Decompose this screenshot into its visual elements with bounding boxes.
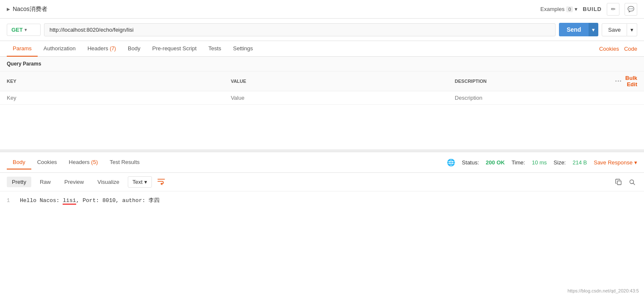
comment-icon[interactable]: 💬 [625,3,637,16]
examples-button[interactable]: Examples 0 ▾ [540,6,578,12]
table-row [0,91,644,105]
pretty-button[interactable]: Pretty [7,177,31,187]
col-value-header: VALUE [224,71,448,91]
tab-prerequest[interactable]: Pre-request Script [146,41,203,57]
time-value: 10 ms [532,159,547,166]
copy-icon[interactable] [614,177,624,187]
text-format-chevron-icon: ▾ [144,179,147,185]
url-bar: GET ▾ Send ▾ Save ▾ [0,19,644,41]
expand-arrow-icon[interactable]: ▶ [7,7,10,11]
request-tabs: Params Authorization Headers (7) Body Pr… [0,41,644,57]
save-response-chevron-icon: ▾ [634,159,637,166]
size-label: Size: [553,159,566,166]
tab-params[interactable]: Params [7,41,38,57]
collection-name: Nacos消费者 [13,5,47,13]
method-select[interactable]: GET ▾ [7,24,41,36]
response-body: 1 Hello Nacos: lisi, Port: 8010, author:… [0,191,644,209]
bulk-edit-button[interactable]: Bulk Edit [625,75,637,87]
response-content: Hello Nacos: lisi, Port: 8010, author: 李… [20,197,160,205]
edit-icon[interactable]: ✏ [607,3,619,16]
headers-badge: (7) [110,46,116,52]
response-header: Body Cookies Headers (5) Test Results 🌐 … [0,152,644,173]
col-description-header: DESCRIPTION [448,71,608,91]
more-options-icon[interactable]: ··· [615,77,622,85]
resp-headers-badge: (5) [91,159,98,165]
tab-tests[interactable]: Tests [203,41,227,57]
save-dropdown-button[interactable]: ▾ [627,23,637,36]
wrap-text-icon[interactable] [157,177,165,187]
examples-count: 0 [566,6,573,12]
line-number: 1 [7,198,10,204]
time-label: Time: [512,159,525,166]
save-button[interactable]: Save [602,23,627,36]
tab-settings[interactable]: Settings [227,41,259,57]
preview-button[interactable]: Preview [59,177,89,187]
tabs-right-links: Cookies Code [599,46,637,52]
resp-tab-body[interactable]: Body [7,156,31,169]
resp-toolbar-right [614,177,637,187]
top-bar-actions: Examples 0 ▾ BUILD ✏ 💬 [540,3,637,16]
code-link[interactable]: Code [624,46,637,52]
value-input[interactable] [231,95,441,101]
tab-headers[interactable]: Headers (7) [82,41,122,57]
examples-label: Examples [540,6,564,12]
status-value: 200 OK [486,159,505,166]
value-cell [224,91,448,105]
resp-tab-test-results[interactable]: Test Results [104,156,146,169]
search-icon[interactable] [627,177,637,187]
description-input[interactable] [455,95,602,101]
footer: https://blog.csdn.net/qd_2020:43:5 [562,287,644,295]
send-button[interactable]: Send [559,23,589,36]
globe-icon[interactable]: 🌐 [447,158,455,167]
status-label: Status: [462,159,479,166]
key-input[interactable] [7,95,217,101]
method-chevron-icon: ▾ [25,27,27,32]
url-input[interactable] [44,23,556,36]
resp-tab-cookies[interactable]: Cookies [31,156,63,169]
top-bar: ▶ Nacos消费者 Examples 0 ▾ BUILD ✏ 💬 [0,0,644,19]
cookies-link[interactable]: Cookies [599,46,619,52]
response-tabs: Body Cookies Headers (5) Test Results [7,156,146,169]
svg-line-2 [633,183,635,185]
collection-title: ▶ Nacos消费者 [7,5,47,13]
col-action-header: ··· Bulk Edit [608,71,644,91]
build-button[interactable]: BUILD [583,6,602,12]
svg-rect-0 [617,181,621,185]
text-format-dropdown[interactable]: Text ▾ [128,176,152,188]
save-response-button[interactable]: Save Response ▾ [594,159,637,166]
save-group: Save ▾ [602,23,637,36]
description-cell [448,91,608,105]
raw-button[interactable]: Raw [35,177,56,187]
resp-tab-headers[interactable]: Headers (5) [63,156,104,169]
size-value: 214 B [572,159,587,166]
query-params-label: Query Params [0,57,644,71]
tab-body[interactable]: Body [122,41,146,57]
response-toolbar: Pretty Raw Preview Visualize Text ▾ [0,173,644,191]
examples-chevron-icon: ▾ [575,6,578,12]
send-dropdown-button[interactable]: ▾ [589,23,598,36]
footer-url: https://blog.csdn.net/qd_2020:43:5 [567,288,639,293]
col-key-header: KEY [0,71,224,91]
method-label: GET [11,27,23,33]
tab-authorization[interactable]: Authorization [38,41,82,57]
response-status: 🌐 Status: 200 OK Time: 10 ms Size: 214 B… [447,158,637,167]
send-group: Send ▾ [559,23,598,36]
visualize-button[interactable]: Visualize [92,177,124,187]
row-action-cell [608,91,644,105]
response-text-lisi: lisi [63,197,76,205]
params-table: KEY VALUE DESCRIPTION ··· Bulk Edit [0,71,644,105]
key-cell [0,91,224,105]
th-actions: ··· Bulk Edit [615,75,637,87]
